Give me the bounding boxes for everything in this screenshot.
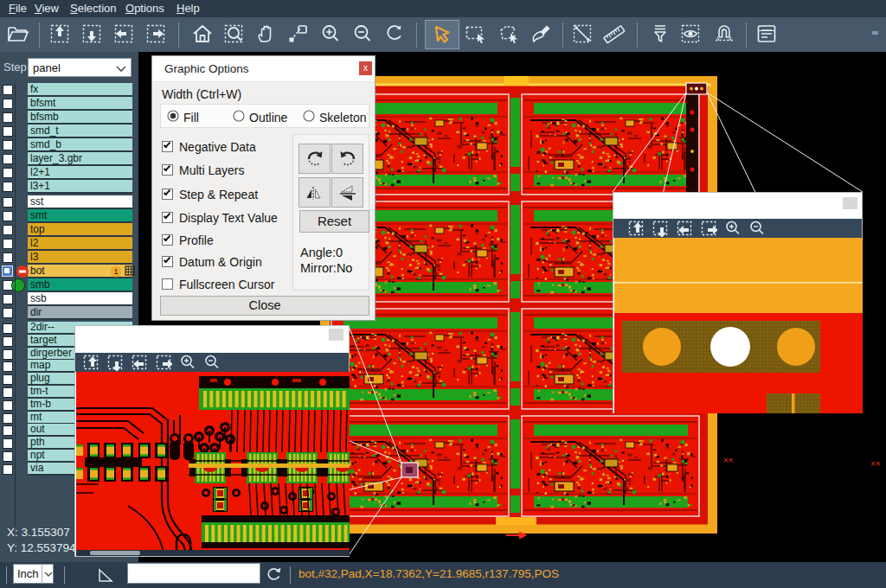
svg-text:××: ×× xyxy=(723,456,734,465)
svg-text:1: 1 xyxy=(113,267,118,276)
svg-text:××: ×× xyxy=(870,459,881,469)
